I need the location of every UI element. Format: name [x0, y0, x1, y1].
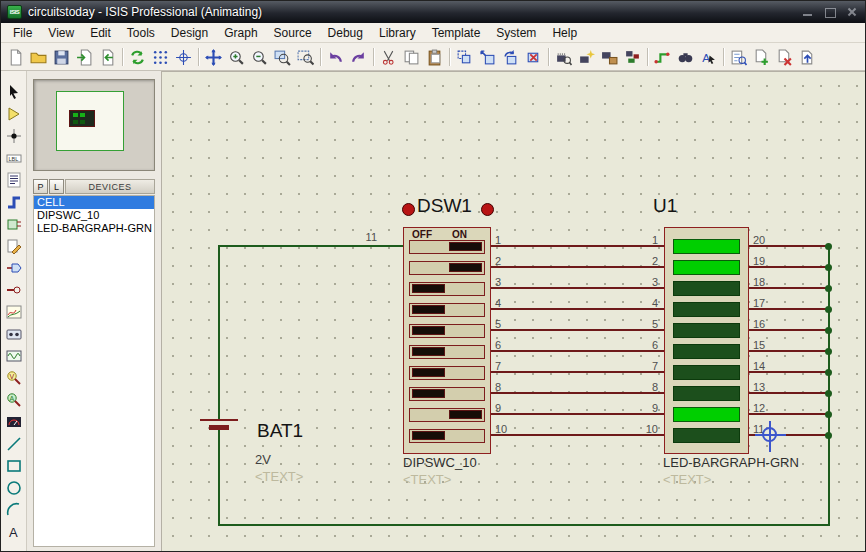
copy-icon[interactable]	[400, 46, 423, 69]
new-sheet-icon[interactable]	[750, 46, 773, 69]
undo-icon[interactable]	[324, 46, 347, 69]
dip-switch-toggle[interactable]	[409, 429, 485, 443]
wire-led-to-bus[interactable]	[749, 392, 829, 394]
zoom-all-icon[interactable]	[271, 46, 294, 69]
menu-item[interactable]: Source	[266, 24, 320, 42]
design-overview[interactable]	[33, 79, 155, 171]
menu-item[interactable]: Design	[163, 24, 216, 42]
center-at-cursor-icon[interactable]	[202, 46, 225, 69]
design-explorer-icon[interactable]	[727, 46, 750, 69]
terminals-mode-icon[interactable]	[6, 259, 23, 276]
battery-value-label[interactable]: 2V	[255, 452, 271, 467]
2d-circle-mode-icon[interactable]	[6, 479, 23, 496]
zoom-out-icon[interactable]	[248, 46, 271, 69]
dip-switch-part-label[interactable]: DIPSWC_10	[403, 455, 477, 470]
menu-item[interactable]: System	[488, 24, 544, 42]
subcircuit-mode-icon[interactable]	[6, 215, 23, 232]
redo-icon[interactable]	[347, 46, 370, 69]
wire-led-to-bus[interactable]	[749, 413, 829, 415]
redraw-icon[interactable]	[126, 46, 149, 69]
remove-sheet-icon[interactable]	[773, 46, 796, 69]
menu-item[interactable]: Tools	[119, 24, 163, 42]
dip-switch-toggle[interactable]	[409, 387, 485, 401]
block-rotate-icon[interactable]	[499, 46, 522, 69]
grid-toggle-icon[interactable]	[149, 46, 172, 69]
pick-parts-icon[interactable]	[552, 46, 575, 69]
current-probe-mode-icon[interactable]: A	[6, 391, 23, 408]
voltage-probe-mode-icon[interactable]: V	[6, 369, 23, 386]
dip-switch-toggle[interactable]	[409, 303, 485, 317]
import-section-icon[interactable]	[73, 46, 96, 69]
menu-item[interactable]: Template	[424, 24, 489, 42]
wire-led-to-bus[interactable]	[749, 308, 829, 310]
export-section-icon[interactable]	[96, 46, 119, 69]
wire-autorouter-icon[interactable]	[651, 46, 674, 69]
dip-switch-toggle[interactable]	[409, 366, 485, 380]
false-origin-icon[interactable]	[172, 46, 195, 69]
led-bargraph-part-label[interactable]: LED-BARGRAPH-GRN	[663, 455, 799, 470]
zoom-area-icon[interactable]	[294, 46, 317, 69]
text-script-mode-icon[interactable]	[6, 171, 23, 188]
close-button[interactable]	[845, 6, 859, 18]
wire-led-to-bus[interactable]	[749, 371, 829, 373]
menu-item[interactable]: View	[40, 24, 82, 42]
2d-text-mode-icon[interactable]: A	[6, 523, 23, 540]
minimize-button[interactable]	[801, 6, 815, 18]
block-delete-icon[interactable]	[522, 46, 545, 69]
wire-led-to-bus[interactable]	[749, 287, 829, 289]
property-assignment-icon[interactable]: A	[697, 46, 720, 69]
pick-devices-button[interactable]: P	[33, 179, 48, 194]
graph-mode-icon[interactable]	[6, 303, 23, 320]
search-and-tag-icon[interactable]	[674, 46, 697, 69]
make-device-icon[interactable]	[575, 46, 598, 69]
wire-led-to-bus[interactable]	[749, 329, 829, 331]
instant-edit-mode-icon[interactable]	[6, 237, 23, 254]
menu-item[interactable]: File	[5, 24, 40, 42]
packaging-tool-icon[interactable]	[598, 46, 621, 69]
save-design-icon[interactable]	[50, 46, 73, 69]
open-design-icon[interactable]	[27, 46, 50, 69]
dip-switch-ref-label[interactable]: DSW1	[417, 195, 472, 217]
led-bargraph-ref-label[interactable]: U1	[653, 195, 677, 217]
wire-led-to-bus[interactable]	[749, 266, 829, 268]
device-pins-mode-icon[interactable]	[6, 281, 23, 298]
schematic-canvas[interactable]: BAT1 2V <TEXT> DSW1 OFF ON 11 DIPSWC_10 …	[161, 71, 865, 552]
menu-item[interactable]: Help	[544, 24, 585, 42]
exit-to-parent-sheet-icon[interactable]	[796, 46, 819, 69]
paste-icon[interactable]	[423, 46, 446, 69]
dip-switch-toggle[interactable]	[409, 408, 485, 422]
device-list-item[interactable]: CELL	[34, 196, 154, 209]
2d-line-mode-icon[interactable]	[6, 435, 23, 452]
generator-mode-icon[interactable]	[6, 347, 23, 364]
wire-ground-return[interactable]	[218, 524, 830, 526]
dip-switch-toggle[interactable]	[409, 240, 485, 254]
dip-switch-toggle[interactable]	[409, 345, 485, 359]
menu-item[interactable]: Library	[371, 24, 424, 42]
junction-dot-mode-icon[interactable]	[6, 127, 23, 144]
wire-label-mode-icon[interactable]: LBL	[6, 149, 23, 166]
2d-arc-mode-icon[interactable]	[6, 501, 23, 518]
device-list-item[interactable]: LED-BARGRAPH-GRN	[34, 222, 154, 235]
virtual-instruments-mode-icon[interactable]	[6, 413, 23, 430]
cut-icon[interactable]	[377, 46, 400, 69]
dip-switch-toggle[interactable]	[409, 261, 485, 275]
menu-item[interactable]: Debug	[320, 24, 371, 42]
menu-item[interactable]: Graph	[216, 24, 265, 42]
selection-mode-icon[interactable]	[6, 83, 23, 100]
block-copy-icon[interactable]	[453, 46, 476, 69]
wire-led-to-bus[interactable]	[749, 245, 829, 247]
new-design-icon[interactable]	[4, 46, 27, 69]
dip-switch-toggle[interactable]	[409, 282, 485, 296]
block-move-icon[interactable]	[476, 46, 499, 69]
dip-switch-toggle[interactable]	[409, 324, 485, 338]
buses-mode-icon[interactable]	[6, 193, 23, 210]
decompose-icon[interactable]	[621, 46, 644, 69]
wire-led-to-bus[interactable]	[749, 350, 829, 352]
tape-recorder-mode-icon[interactable]	[6, 325, 23, 342]
component-mode-icon[interactable]	[6, 105, 23, 122]
zoom-in-icon[interactable]	[225, 46, 248, 69]
library-manager-button[interactable]: L	[49, 179, 64, 194]
device-list-item[interactable]: DIPSWC_10	[34, 209, 154, 222]
2d-box-mode-icon[interactable]	[6, 457, 23, 474]
menu-item[interactable]: Edit	[82, 24, 119, 42]
